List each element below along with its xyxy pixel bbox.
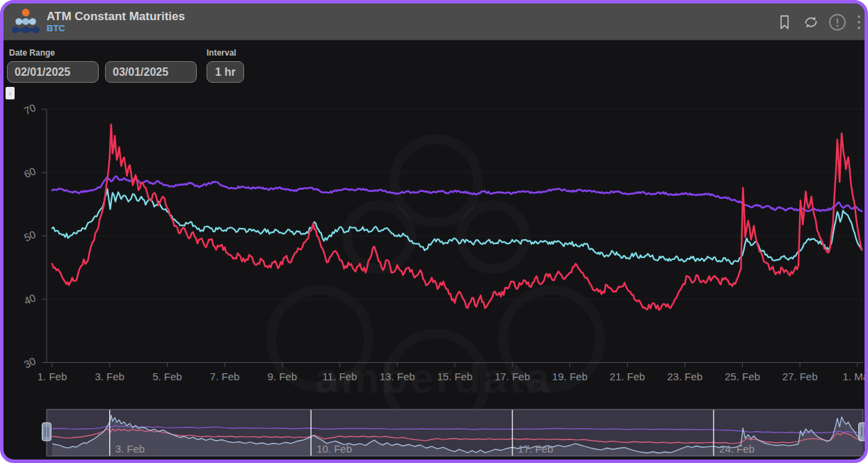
navigator[interactable]: 3. Feb10. Feb17. Feb24. Feb — [42, 409, 868, 456]
x-axis-tick-label: 7. Feb — [210, 371, 240, 382]
chart-canvas[interactable]: amberdata30405060701. Feb3. Feb5. Feb7. … — [3, 3, 868, 463]
x-axis-tick-label: 1. Feb — [38, 371, 67, 382]
y-axis-tick-label: 70 — [22, 101, 38, 117]
x-axis-tick-label: 15. Feb — [437, 371, 472, 382]
x-axis-tick-label: 17. Feb — [495, 371, 530, 382]
navigator-tick-label: 10. Feb — [316, 443, 352, 455]
x-axis-tick-label: 25. Feb — [725, 371, 760, 382]
x-axis-tick-label: 3. Feb — [95, 371, 124, 382]
app-window: ATM Constant Maturities BTC — [0, 0, 868, 463]
x-axis-tick-label: 19. Feb — [552, 371, 588, 382]
y-axis-tick-label: 60 — [22, 165, 38, 180]
y-axis-tick-label: 40 — [22, 291, 38, 307]
x-axis-tick-label: 27. Feb — [782, 371, 818, 382]
x-axis-tick-label: 23. Feb — [667, 371, 702, 382]
series-line-cyan — [52, 189, 862, 264]
x-axis-tick-label: 9. Feb — [268, 371, 298, 382]
navigator-tick-label: 24. Feb — [719, 443, 755, 455]
y-axis-tick-label: 50 — [22, 228, 38, 243]
navigator-tick-label: 3. Feb — [115, 443, 145, 455]
series-line-purple — [52, 177, 862, 211]
navigator-handle-right[interactable] — [859, 423, 868, 441]
x-axis-tick-label: 1. Mar — [843, 371, 868, 382]
navigator-tick-label: 17. Feb — [518, 443, 554, 455]
y-axis-tick-label: 30 — [22, 355, 38, 370]
x-axis-tick-label: 13. Feb — [380, 371, 415, 382]
x-axis-tick-label: 21. Feb — [610, 371, 645, 382]
x-axis-tick-label: 11. Feb — [323, 371, 357, 382]
x-axis-tick-label: 5. Feb — [152, 371, 182, 382]
navigator-handle-left[interactable] — [42, 423, 51, 441]
